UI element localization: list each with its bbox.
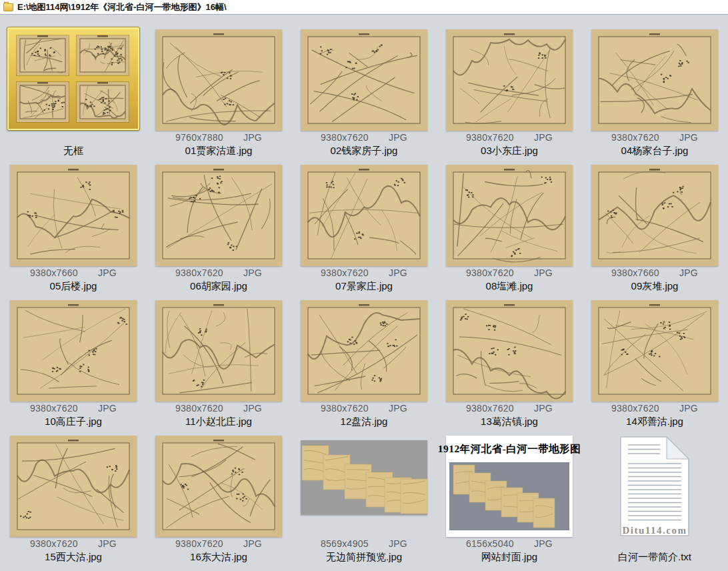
dimension-value: 9380x7620 bbox=[466, 131, 514, 144]
file-item[interactable]: 9380x7620JPG06胡家园.jpg bbox=[146, 157, 291, 292]
thumbnail-area bbox=[291, 292, 437, 402]
path-bar[interactable]: E:\地图114网\1912年《河北省-白河一带地形图》16幅\ bbox=[0, 0, 728, 15]
format-badge: JPG bbox=[679, 266, 698, 279]
map-thumbnail[interactable] bbox=[155, 165, 282, 266]
file-item[interactable]: 9380x7620JPG10高庄子.jpg bbox=[1, 292, 146, 428]
file-item[interactable]: 9380x7620JPG16东大沽.jpg bbox=[146, 428, 291, 563]
file-name: 08塩滩.jpg bbox=[437, 279, 582, 292]
folder-thumbnail[interactable] bbox=[7, 27, 140, 131]
image-dimensions: 8569x4905JPG bbox=[291, 537, 437, 550]
image-dimensions bbox=[582, 537, 727, 550]
file-item[interactable]: 无框 bbox=[1, 21, 146, 157]
dimension-value: 9380x7620 bbox=[321, 402, 369, 415]
map-thumbnail[interactable] bbox=[10, 436, 137, 537]
map-thumbnail[interactable] bbox=[155, 436, 282, 537]
file-item[interactable]: 9380x7620JPG07景家庄.jpg bbox=[291, 157, 437, 292]
cover-title-text: 1912年河北省-白河一带地形图 bbox=[438, 436, 581, 462]
file-name: 13葛沽镇.jpg bbox=[437, 415, 582, 428]
thumbnail-area bbox=[146, 292, 291, 402]
image-dimensions: 9380x7620JPG bbox=[437, 266, 582, 279]
dimension-value: 6156x5040 bbox=[466, 537, 514, 550]
file-item[interactable]: 9380x7660JPG05后楼.jpg bbox=[1, 157, 146, 292]
cover-map-mosaic bbox=[449, 462, 569, 530]
file-name: 02钱家房子.jpg bbox=[291, 144, 437, 157]
image-dimensions: 9760x7880JPG bbox=[146, 131, 291, 144]
dimension-value: 9380x7660 bbox=[30, 266, 78, 279]
file-item[interactable]: 9380x7660JPG09灰堆.jpg bbox=[582, 157, 727, 292]
file-item[interactable]: 1912年河北省-白河一带地形图6156x5040JPG网站封面.jpg bbox=[437, 428, 582, 563]
format-badge: JPG bbox=[679, 402, 698, 415]
file-item[interactable]: 9380x7620JPG11小赵北庄.jpg bbox=[146, 292, 291, 428]
file-name: 无边简拼预览.jpg bbox=[291, 550, 437, 563]
image-dimensions: 9380x7620JPG bbox=[291, 131, 437, 144]
dimension-value: 9380x7620 bbox=[466, 266, 514, 279]
format-badge: JPG bbox=[243, 402, 262, 415]
folder-preview-map bbox=[17, 82, 69, 122]
file-item[interactable]: 9380x7620JPG15西大沽.jpg bbox=[1, 428, 146, 563]
file-item[interactable]: 9380x7620JPG12盘沽.jpg bbox=[291, 292, 437, 428]
format-badge: JPG bbox=[679, 131, 698, 144]
map-thumbnail[interactable] bbox=[10, 165, 137, 266]
image-dimensions: 9380x7620JPG bbox=[291, 402, 437, 415]
file-name: 01贾家沽道.jpg bbox=[146, 144, 291, 157]
file-name: 04杨家台子.jpg bbox=[582, 144, 727, 157]
file-item[interactable]: 9380x7620JPG02钱家房子.jpg bbox=[291, 21, 437, 157]
file-item[interactable]: 8569x4905JPG无边简拼预览.jpg bbox=[291, 428, 437, 563]
dimension-value: 9380x7620 bbox=[611, 131, 659, 144]
current-path: E:\地图114网\1912年《河北省-白河一带地形图》16幅\ bbox=[17, 1, 227, 13]
map-thumbnail[interactable] bbox=[591, 29, 718, 131]
dimension-value: 9380x7620 bbox=[175, 537, 223, 550]
dimension-value: 9380x7660 bbox=[611, 266, 659, 279]
thumbnail-area: 1912年河北省-白河一带地形图 bbox=[437, 428, 582, 537]
strip-preview-thumbnail[interactable] bbox=[301, 440, 427, 515]
map-thumbnail[interactable] bbox=[446, 29, 573, 131]
file-item[interactable]: 9380x7620JPG08塩滩.jpg bbox=[437, 157, 582, 292]
file-name: 无框 bbox=[1, 144, 146, 157]
map-thumbnail[interactable] bbox=[10, 300, 137, 402]
file-name: 05后楼.jpg bbox=[1, 279, 146, 292]
file-name: 网站封面.jpg bbox=[437, 550, 582, 563]
map-thumbnail[interactable] bbox=[155, 300, 282, 402]
map-thumbnail[interactable] bbox=[301, 29, 427, 131]
format-badge: JPG bbox=[98, 402, 117, 415]
file-item[interactable]: 9380x7620JPG03小东庄.jpg bbox=[437, 21, 582, 157]
format-badge: JPG bbox=[534, 131, 553, 144]
thumbnail-area bbox=[1, 292, 146, 402]
file-name: 12盘沽.jpg bbox=[291, 415, 437, 428]
file-item[interactable]: 9380x7620JPG13葛沽镇.jpg bbox=[437, 292, 582, 428]
file-name: 03小东庄.jpg bbox=[437, 144, 582, 157]
thumbnail-area bbox=[582, 157, 727, 266]
map-thumbnail[interactable] bbox=[155, 29, 282, 131]
file-item[interactable]: 9380x7620JPG14邓善沽.jpg bbox=[582, 292, 727, 428]
file-name: 06胡家园.jpg bbox=[146, 279, 291, 292]
thumbnail-area: Ditu114.com bbox=[582, 428, 727, 537]
format-badge: JPG bbox=[243, 131, 262, 144]
file-item[interactable]: 9760x7880JPG01贾家沽道.jpg bbox=[146, 21, 291, 157]
dimension-value: 9380x7620 bbox=[175, 266, 223, 279]
text-file-icon[interactable]: Ditu114.com bbox=[617, 436, 692, 537]
format-badge: JPG bbox=[243, 266, 262, 279]
cover-thumbnail[interactable]: 1912年河北省-白河一带地形图 bbox=[446, 436, 573, 537]
map-thumbnail[interactable] bbox=[591, 165, 718, 266]
image-dimensions: 9380x7620JPG bbox=[146, 402, 291, 415]
file-item[interactable]: Ditu114.com白河一带简介.txt bbox=[582, 428, 727, 563]
file-name: 09灰堆.jpg bbox=[582, 279, 727, 292]
thumbnail-area bbox=[291, 157, 437, 266]
image-dimensions: 9380x7620JPG bbox=[582, 402, 727, 415]
file-name: 16东大沽.jpg bbox=[146, 550, 291, 563]
thumbnail-area bbox=[1, 157, 146, 266]
format-badge: JPG bbox=[534, 402, 553, 415]
file-item[interactable]: 9380x7620JPG04杨家台子.jpg bbox=[582, 21, 727, 157]
svg-text:Ditu114.com: Ditu114.com bbox=[623, 525, 687, 536]
map-thumbnail[interactable] bbox=[591, 300, 718, 402]
map-thumbnail[interactable] bbox=[301, 165, 427, 266]
map-thumbnail[interactable] bbox=[301, 300, 427, 402]
map-thumbnail[interactable] bbox=[446, 165, 573, 266]
image-dimensions: 6156x5040JPG bbox=[437, 537, 582, 550]
thumbnail-area bbox=[291, 21, 437, 131]
format-badge: JPG bbox=[389, 402, 407, 415]
map-thumbnail[interactable] bbox=[446, 300, 573, 402]
image-dimensions: 9380x7660JPG bbox=[582, 266, 727, 279]
thumbnail-area bbox=[1, 21, 146, 131]
thumbnail-area bbox=[437, 21, 582, 131]
